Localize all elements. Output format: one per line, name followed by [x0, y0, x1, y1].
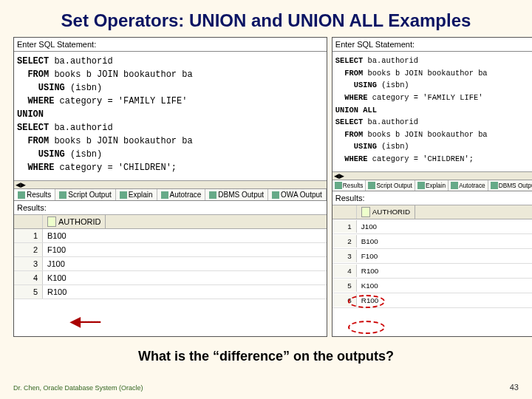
- table-row[interactable]: 3J100: [14, 257, 327, 271]
- right-panel: Enter SQL Statement: SELECT ba.authorid …: [332, 37, 532, 337]
- left-column-name: AUTHORID: [58, 217, 100, 226]
- left-sql-editor[interactable]: SELECT ba.authorid FROM books b JOIN boo…: [14, 52, 327, 180]
- tab-icon: [417, 182, 425, 189]
- table-row[interactable]: 2F100: [14, 243, 327, 257]
- table-row[interactable]: 4R100: [332, 264, 532, 279]
- tab-script output[interactable]: Script Output: [366, 180, 415, 191]
- tab-script output[interactable]: Script Output: [55, 189, 115, 200]
- tab-icon: [491, 182, 498, 189]
- tab-icon: [209, 191, 216, 199]
- row-number: 5: [14, 285, 43, 299]
- tab-label: Results: [343, 182, 364, 189]
- tab-autotrace[interactable]: Autotrace: [157, 189, 206, 200]
- right-column-name: AUTHORID: [372, 208, 410, 216]
- tab-icon: [59, 191, 66, 199]
- tab-results[interactable]: Results: [14, 189, 55, 200]
- row-number: 4: [14, 271, 43, 284]
- left-results-table: AUTHORID 1B1002F1003J1004K1005R100: [14, 214, 327, 299]
- row-value: F100: [43, 243, 70, 256]
- question-text: What is the “difference” on the outputs?: [0, 337, 532, 364]
- row-number: 2: [14, 243, 43, 256]
- tab-label: Explain: [129, 191, 153, 199]
- page-number: 43: [510, 383, 519, 392]
- row-value: J100: [43, 257, 69, 270]
- tab-icon: [335, 182, 342, 189]
- row-number: 3: [332, 250, 357, 262]
- tab-label: DBMS Output: [218, 191, 264, 199]
- table-row[interactable]: 6R100: [332, 293, 532, 308]
- row-number: 2: [332, 235, 357, 248]
- tab-label: Explain: [426, 182, 446, 189]
- table-row[interactable]: 1J100: [332, 219, 532, 234]
- right-sql-label: Enter SQL Statement:: [332, 38, 532, 52]
- row-value: R100: [357, 265, 383, 277]
- row-number: 1: [14, 229, 43, 242]
- left-column-header[interactable]: AUTHORID: [43, 215, 106, 228]
- table-row[interactable]: 4K100: [14, 271, 327, 285]
- right-sql-editor[interactable]: SELECT ba.authorid FROM books b JOIN boo…: [332, 52, 532, 171]
- column-icon: [47, 216, 56, 227]
- left-tabs: ResultsScript OutputExplainAutotraceDBMS…: [14, 189, 327, 201]
- tab-label: DBMS Output: [499, 182, 532, 189]
- tab-icon: [368, 182, 375, 189]
- tab-label: Autotrace: [170, 191, 202, 199]
- row-number: 6: [332, 294, 357, 307]
- tab-explain[interactable]: Explain: [415, 180, 449, 191]
- right-nav-arrows[interactable]: ◀▶: [332, 171, 532, 180]
- column-icon: [361, 207, 370, 217]
- slide-title: Set Operators: UNION and UNION ALL Examp…: [0, 0, 532, 37]
- left-arrow-annotation: ◀-------: [70, 313, 100, 330]
- tab-icon: [18, 191, 25, 199]
- row-value: B100: [43, 229, 71, 242]
- row-value: B100: [357, 235, 383, 248]
- right-results-table: AUTHORID 1J1002B1003F1004R1005K1006R100: [332, 205, 532, 308]
- tab-owa output[interactable]: OWA Output: [268, 189, 327, 200]
- tab-dbms output[interactable]: DBMS Output: [205, 189, 268, 200]
- left-sql-label: Enter SQL Statement:: [14, 38, 327, 52]
- row-value: J100: [357, 220, 381, 233]
- table-row[interactable]: 5R100: [14, 285, 327, 299]
- tab-results[interactable]: Results: [332, 180, 366, 191]
- tab-autotrace[interactable]: Autotrace: [449, 180, 488, 191]
- circle-annotation-row6: [348, 321, 385, 334]
- left-nav-arrows[interactable]: ◀▶: [14, 180, 327, 189]
- table-row[interactable]: 1B100: [14, 229, 327, 243]
- row-value: F100: [357, 250, 382, 262]
- table-row[interactable]: 3F100: [332, 249, 532, 264]
- footer-text: Dr. Chen, Oracle Database System (Oracle…: [13, 384, 143, 392]
- tab-dbms output[interactable]: DBMS Output: [488, 180, 532, 191]
- left-results-label: Results:: [14, 201, 327, 214]
- tab-label: Autotrace: [459, 182, 485, 189]
- row-number: 3: [14, 257, 43, 270]
- tab-icon: [161, 191, 168, 199]
- tab-label: OWA Output: [281, 191, 322, 199]
- table-row[interactable]: 2B100: [332, 234, 532, 249]
- row-value: R100: [43, 285, 71, 299]
- right-tabs: ResultsScript OutputExplainAutotraceDBMS…: [332, 180, 532, 191]
- right-column-header[interactable]: AUTHORID: [357, 205, 415, 219]
- row-number: 1: [332, 220, 357, 233]
- row-value: K100: [43, 271, 71, 284]
- tab-label: Script Output: [376, 182, 412, 189]
- tab-label: Results: [27, 191, 51, 199]
- row-value: R100: [357, 294, 383, 307]
- row-number: 4: [332, 265, 357, 277]
- left-panel: Enter SQL Statement: SELECT ba.authorid …: [13, 37, 327, 337]
- tab-icon: [451, 182, 458, 189]
- row-value: K100: [357, 279, 383, 292]
- tab-icon: [272, 191, 279, 199]
- tab-explain[interactable]: Explain: [116, 189, 157, 200]
- table-row[interactable]: 5K100: [332, 279, 532, 293]
- tab-icon: [120, 191, 127, 199]
- right-results-label: Results:: [332, 191, 532, 205]
- tab-label: Script Output: [68, 191, 111, 199]
- row-number: 5: [332, 279, 357, 292]
